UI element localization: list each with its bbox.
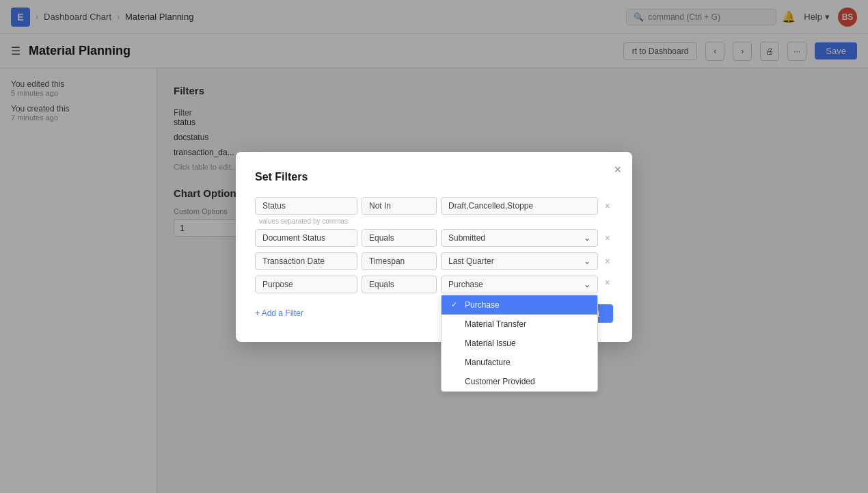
modal-filter-field-3[interactable]: Transaction Date xyxy=(255,252,357,270)
modal-filter-row-4: Purpose Equals Purchase ⌄ ✓ Purchase xyxy=(255,276,613,293)
modal-filter-remove-3[interactable]: × xyxy=(602,254,613,268)
purpose-dropdown-wrapper: Purchase ⌄ ✓ Purchase Material Transfer xyxy=(441,276,598,293)
modal-close-button[interactable]: × xyxy=(614,163,621,177)
modal-filter-row-3: Transaction Date Timespan Last Quarter ⌄… xyxy=(255,252,613,270)
modal-filter-field-2[interactable]: Document Status xyxy=(255,229,357,247)
modal-filter-row-1: Status Not In × xyxy=(255,197,613,215)
set-filters-modal: Set Filters × Status Not In × values sep… xyxy=(236,152,632,342)
dropdown-option-customer-provided[interactable]: Customer Provided xyxy=(442,372,597,391)
select-chevron-icon-2: ⌄ xyxy=(584,233,591,243)
modal-filter-value-1[interactable] xyxy=(441,197,598,215)
dropdown-option-purchase[interactable]: ✓ Purchase xyxy=(442,295,597,315)
modal-filter-remove-2[interactable]: × xyxy=(602,231,613,245)
modal-filter-value-2[interactable]: Submitted ⌄ xyxy=(441,229,598,247)
modal-title: Set Filters xyxy=(255,171,613,183)
dropdown-option-material-issue[interactable]: Material Issue xyxy=(442,334,597,353)
page-background: E › Dashboard Chart › Material Planning … xyxy=(0,0,868,493)
add-filter-button[interactable]: + Add a Filter xyxy=(255,306,303,321)
modal-filter-field-4[interactable]: Purpose xyxy=(255,276,357,293)
modal-filter-value-4[interactable]: Purchase ⌄ xyxy=(441,276,598,293)
modal-filter-field-1[interactable]: Status xyxy=(255,197,357,215)
select-chevron-icon-3: ⌄ xyxy=(584,256,591,266)
modal-filter-remove-1[interactable]: × xyxy=(602,199,613,213)
modal-filter-operator-1[interactable]: Not In xyxy=(362,197,437,215)
checkmark-icon: ✓ xyxy=(451,300,461,309)
modal-filter-operator-3[interactable]: Timespan xyxy=(362,252,437,270)
purpose-dropdown-menu: ✓ Purchase Material Transfer Material Is… xyxy=(441,295,598,392)
select-chevron-icon-4: ⌄ xyxy=(584,280,591,289)
modal-filter-value-3[interactable]: Last Quarter ⌄ xyxy=(441,252,598,270)
modal-filter-operator-4[interactable]: Equals xyxy=(362,276,437,293)
dropdown-option-material-transfer[interactable]: Material Transfer xyxy=(442,315,597,334)
dropdown-option-manufacture[interactable]: Manufacture xyxy=(442,353,597,372)
modal-filter-remove-4[interactable]: × xyxy=(602,276,613,289)
modal-filter-row-2: Document Status Equals Submitted ⌄ × xyxy=(255,229,613,247)
modal-overlay[interactable]: Set Filters × Status Not In × values sep… xyxy=(0,0,868,493)
modal-filter-hint-1: values separated by commas xyxy=(259,217,613,225)
modal-filter-operator-2[interactable]: Equals xyxy=(362,229,437,247)
